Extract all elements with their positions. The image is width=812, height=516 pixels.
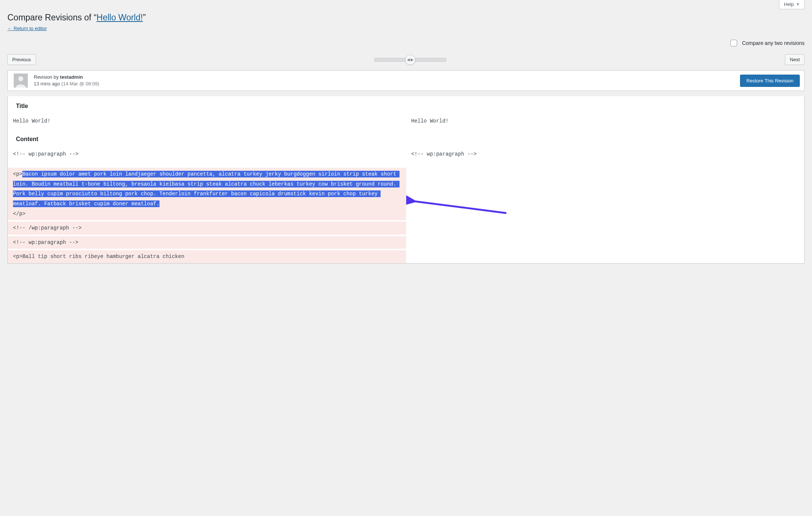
revision-meta-bar: Revision by testadmin 13 mins ago (14 Ma… [7,70,805,91]
revision-slider[interactable]: ◀▶ [374,58,446,62]
avatar-icon [14,74,28,88]
revision-author: testadmin [60,74,83,80]
revision-by-label: Revision by [34,74,60,80]
diff-title-left: Hello World! [8,115,406,128]
page-title-suffix: ” [143,13,146,22]
page-title-prefix: Compare Revisions of “ [7,13,96,22]
diff-viewer: Title Hello World! Hello World! Content … [7,96,805,264]
diff-title-right: Hello World! [406,115,805,128]
diff-cell-right: <!-- wp:paragraph --> [406,148,805,161]
diff-cell-left: <!-- wp:paragraph --> [8,148,406,161]
previous-button[interactable]: Previous [7,54,36,65]
arrow-left-icon: ◀ [407,58,410,62]
diff-cell-right [406,236,805,249]
next-button[interactable]: Next [785,54,805,65]
revision-time-ago: 13 mins ago [34,81,60,86]
revision-by-line: Revision by testadmin [34,74,99,81]
revision-date-line: 13 mins ago (14 Mar @ 08:09) [34,81,99,87]
chevron-down-icon: ▼ [796,2,800,6]
diff-title-heading: Title [16,103,804,110]
diff-content-table: <!-- wp:paragraph --><!-- wp:paragraph -… [8,148,804,263]
compare-any-label: Compare any two revisions [742,40,805,46]
page-title: Compare Revisions of “Hello World!” [7,9,805,24]
diff-cell-left: <p>Ball tip short ribs ribeye hamburger … [8,250,406,263]
diff-cell-right [406,168,805,220]
diff-cell-left: <p>Bacon ipsum dolor amet pork loin land… [8,168,406,220]
page-title-link[interactable]: Hello World! [96,13,143,22]
diff-title-table: Hello World! Hello World! [8,115,804,128]
diff-cell-right [406,250,805,263]
slider-handle-icon[interactable]: ◀▶ [405,55,415,65]
svg-point-1 [18,76,23,81]
diff-cell-left: <!-- wp:paragraph --> [8,236,406,249]
avatar [14,74,28,88]
diff-content-heading: Content [16,136,804,143]
arrow-right-icon: ▶ [411,58,414,62]
diff-removed-highlight: Bacon ipsum dolor amet pork loin landjae… [13,171,400,207]
diff-cell-right [406,222,805,235]
help-label: Help [784,1,794,7]
restore-revision-button[interactable]: Restore This Revision [740,75,800,87]
help-toggle[interactable]: Help ▼ [779,0,805,9]
compare-any-checkbox[interactable] [730,40,737,46]
revision-timestamp: (14 Mar @ 08:09) [61,81,99,86]
diff-cell-left: <!-- /wp:paragraph --> [8,222,406,235]
return-to-editor-link[interactable]: ← Return to editor [7,26,47,31]
